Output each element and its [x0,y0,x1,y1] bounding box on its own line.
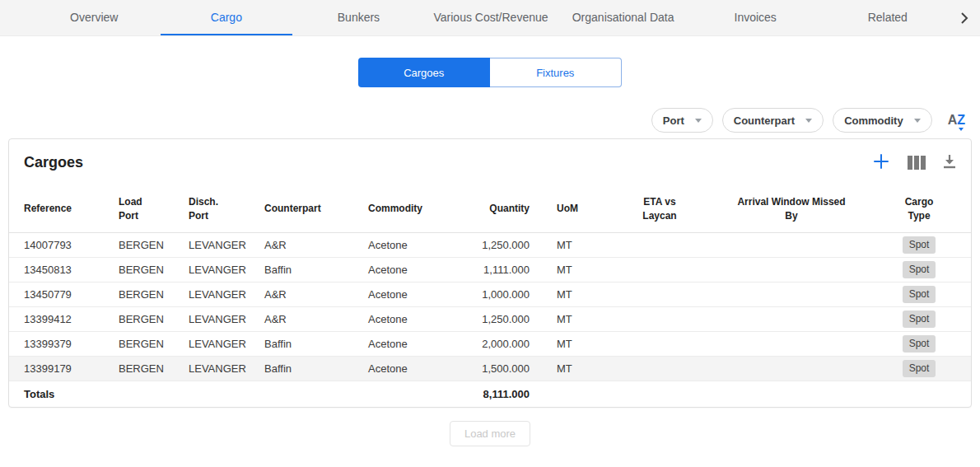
cell-counterpart: Baffin [264,257,368,282]
cell-arrival-window-missed-by [717,306,866,331]
cell-eta-vs-laycan [602,306,717,331]
cell-commodity: Acetone [368,257,454,282]
cell-cargo-type: Spot [866,306,972,331]
column-header-load-port: LoadPort [119,186,189,232]
chevron-right-icon[interactable] [954,0,975,35]
columns-icon [908,156,926,170]
load-more-button[interactable]: Load more [450,421,530,446]
cell-uom: MT [530,257,602,282]
cell-load-port: BERGEN [119,306,189,331]
cargo-type-badge: Spot [903,261,936,278]
filter-bar: Port Counterpart Commodity AZ [0,108,980,133]
chevron-down-icon [914,119,921,123]
totals-label: Totals [9,381,119,407]
tab-cargo[interactable]: Cargo [161,0,293,35]
fixtures-toggle-button[interactable]: Fixtures [490,58,623,87]
cell-commodity: Acetone [368,356,454,381]
cell-disch-port: LEVANGER [189,232,264,257]
plus-icon [872,152,890,173]
table-body: 14007793 BERGEN LEVANGER A&R Acetone 1,2… [9,232,972,407]
cell-eta-vs-laycan [602,356,717,381]
cell-cargo-type: Spot [866,282,972,306]
column-header-arrival-window-missed-by: Arrival Window MissedBy [717,186,866,232]
column-header-commodity: Commodity [368,186,454,232]
top-nav: Overview Cargo Bunkers Various Cost/Reve… [0,0,980,36]
cell-uom: MT [530,282,602,306]
table-row[interactable]: 13399379 BERGEN LEVANGER Baffin Acetone … [9,331,972,356]
cargo-type-badge: Spot [903,360,936,377]
cargo-type-badge: Spot [903,335,936,353]
chevron-down-icon [805,119,812,123]
cell-counterpart: Baffin [264,356,368,381]
view-toggle: Cargoes Fixtures [358,58,622,87]
totals-row: Totals 8,111.000 [9,381,972,407]
column-header-cargo-type: CargoType [866,186,972,232]
cargoes-table: Reference LoadPort Disch.Port Counterpar… [9,186,972,407]
cell-arrival-window-missed-by [717,331,866,356]
download-icon [943,154,956,171]
cell-counterpart: Baffin [264,331,368,356]
chevron-down-icon [695,119,702,123]
cargo-type-badge: Spot [903,286,936,303]
cell-commodity: Acetone [368,282,454,306]
cell-reference: 13399379 [9,331,119,356]
table-row[interactable]: 13450779 BERGEN LEVANGER A&R Acetone 1,0… [9,282,972,306]
counterpart-filter[interactable]: Counterpart [722,108,824,133]
table-row[interactable]: 13399179 BERGEN LEVANGER Baffin Acetone … [9,356,972,381]
cell-disch-port: LEVANGER [189,282,264,306]
cell-load-port: BERGEN [119,331,189,356]
download-button[interactable] [943,154,956,171]
tab-invoices[interactable]: Invoices [689,0,822,35]
cell-disch-port: LEVANGER [189,331,264,356]
card-actions [872,152,956,173]
tab-overview[interactable]: Overview [28,0,161,35]
cell-load-port: BERGEN [119,282,189,306]
cell-counterpart: A&R [264,232,368,257]
port-filter[interactable]: Port [651,108,713,133]
cell-reference: 14007793 [9,232,119,257]
tab-various-cost-revenue[interactable]: Various Cost/Revenue [425,0,558,35]
cell-cargo-type: Spot [866,331,972,356]
commodity-filter[interactable]: Commodity [833,108,932,133]
cell-cargo-type: Spot [866,356,972,381]
column-header-uom: UoM [530,186,602,232]
cell-counterpart: A&R [264,306,368,331]
table-row[interactable]: 13399412 BERGEN LEVANGER A&R Acetone 1,2… [9,306,972,331]
cargo-type-badge: Spot [903,311,936,328]
cell-reference: 13450779 [9,282,119,306]
cell-arrival-window-missed-by [717,356,866,381]
cell-quantity: 1,500.000 [454,356,530,381]
table-row[interactable]: 14007793 BERGEN LEVANGER A&R Acetone 1,2… [9,232,972,257]
table-header: Reference LoadPort Disch.Port Counterpar… [9,186,972,232]
cell-disch-port: LEVANGER [189,257,264,282]
cell-quantity: 1,111.000 [454,257,530,282]
cell-eta-vs-laycan [602,331,717,356]
cell-counterpart: A&R [264,282,368,306]
tab-bunkers[interactable]: Bunkers [292,0,425,35]
cell-cargo-type: Spot [866,257,972,282]
tab-organisational-data[interactable]: Organisational Data [557,0,689,35]
column-header-quantity: Quantity [454,186,530,232]
card-header: Cargoes [9,139,971,186]
cell-quantity: 1,250.000 [454,232,530,257]
cell-load-port: BERGEN [119,257,189,282]
totals-quantity: 8,111.000 [454,381,530,407]
column-header-counterpart: Counterpart [264,186,368,232]
cell-arrival-window-missed-by [717,232,866,257]
add-cargo-button[interactable] [872,152,890,173]
cargoes-toggle-button[interactable]: Cargoes [358,58,490,87]
sort-alpha-icon[interactable]: AZ [948,114,965,127]
port-filter-label: Port [663,114,684,127]
cell-uom: MT [530,232,602,257]
column-header-reference: Reference [9,186,119,232]
tab-related[interactable]: Related [821,0,954,35]
cell-quantity: 1,000.000 [454,282,530,306]
cell-reference: 13399412 [9,306,119,331]
columns-button[interactable] [908,156,926,170]
cell-commodity: Acetone [368,306,454,331]
cell-eta-vs-laycan [602,282,717,306]
cell-quantity: 2,000.000 [454,331,530,356]
cell-reference: 13399179 [9,356,119,381]
table-row[interactable]: 13450813 BERGEN LEVANGER Baffin Acetone … [9,257,972,282]
cell-disch-port: LEVANGER [189,306,264,331]
